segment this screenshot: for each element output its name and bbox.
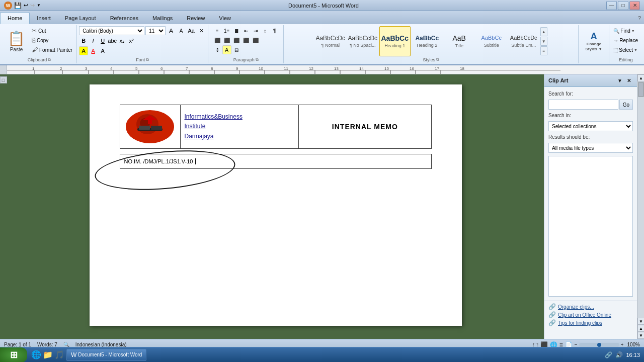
taskbar-word-app[interactable]: W Document5 - Microsoft Word [66, 349, 146, 361]
ruler-corner[interactable] [0, 65, 7, 74]
style-normal[interactable]: AaBbCcDc ¶ Normal [315, 26, 346, 56]
tab-page-layout[interactable]: Page Layout [58, 12, 103, 24]
borders-btn[interactable]: ⊟ [232, 45, 241, 54]
select-button[interactable]: ⬚ Select ▼ [611, 45, 640, 54]
style-subtle-em[interactable]: AaBbCcDc Subtle Em... [508, 26, 539, 56]
style-title[interactable]: AaB Title [444, 26, 475, 56]
taskbar-icon-folder[interactable]: 📁 [43, 350, 53, 359]
taskbar-icon-media[interactable]: 🎵 [54, 350, 64, 359]
paste-button[interactable]: 📋 Paste [4, 26, 29, 56]
tab-view[interactable]: View [212, 12, 238, 24]
main-area: ⬚ [0, 74, 644, 339]
scroll-thumb[interactable] [638, 82, 644, 97]
quick-access-more[interactable]: ▼ [37, 3, 41, 8]
subscript-btn[interactable]: x₂ [117, 36, 126, 45]
format-painter-button[interactable]: 🖌 Format Painter [30, 45, 74, 54]
paragraph-expand-btn[interactable]: ⧉ [256, 57, 259, 62]
font-size-select[interactable]: 11 [145, 26, 166, 35]
close-btn[interactable]: ✕ [629, 1, 640, 10]
bold-btn[interactable]: B [79, 36, 88, 45]
highlight-btn[interactable]: A [79, 46, 88, 55]
line-spacing-btn[interactable]: ⇕ [213, 45, 222, 54]
justify-btn[interactable]: ⬛ [242, 36, 251, 45]
search-in-select[interactable]: Selected collections [548, 121, 633, 131]
text-effects-btn[interactable]: A [98, 46, 107, 55]
tab-references[interactable]: References [103, 12, 145, 24]
tab-home[interactable]: Home [0, 12, 30, 24]
change-styles-button[interactable]: A Change Styles ▼ [581, 26, 607, 56]
clip-art-online-btn[interactable]: 🔗 Clip art on Office Online [548, 311, 633, 318]
align-center-btn[interactable]: ⬛ [222, 36, 231, 45]
grow-font-btn[interactable]: A [167, 26, 176, 35]
style-no-spacing[interactable]: AaBbCcDc ¶ No Spaci... [347, 26, 378, 56]
style-heading1[interactable]: AaBbCc Heading 1 [379, 26, 411, 56]
start-button[interactable]: ⊞ [0, 347, 27, 363]
style-more-btn[interactable]: ≡ [540, 46, 547, 55]
superscript-btn[interactable]: x² [127, 36, 136, 45]
tab-mailings[interactable]: Mailings [145, 12, 180, 24]
scroll-down-btn-small[interactable]: ▼ [637, 318, 644, 325]
maximize-btn[interactable]: □ [618, 1, 628, 10]
clear-format-btn[interactable]: ✕ [197, 26, 206, 35]
svg-text:7: 7 [186, 66, 188, 71]
go-button[interactable]: Go [619, 100, 633, 110]
change-case-btn[interactable]: Aa [187, 26, 196, 35]
company-name: Informatics&Business [185, 112, 295, 122]
zoom-slider[interactable] [579, 343, 619, 347]
font-name-select[interactable]: Calibri (Body) [79, 26, 144, 35]
clip-art-menu-btn[interactable]: ▼ [616, 76, 624, 84]
numbering-btn[interactable]: 1≡ [222, 26, 231, 35]
scroll-up-arrow2[interactable]: ▲ [637, 325, 644, 332]
style-heading2[interactable]: AaBbCc Heading 2 [412, 26, 443, 56]
organize-clips-btn[interactable]: 🔗 Organize clips... [548, 303, 633, 310]
styles-expand-btn[interactable]: ⧉ [436, 57, 439, 62]
memo-title: INTERNAL MEMO [332, 123, 398, 131]
tab-insert[interactable]: Insert [30, 12, 58, 24]
underline-btn[interactable]: U [98, 36, 107, 45]
minimize-btn[interactable]: — [606, 1, 617, 10]
show-hide-btn[interactable]: ¶ [270, 26, 279, 35]
style-scroll-up[interactable]: ▲ [540, 27, 547, 36]
doc-area[interactable]: Informatics&Business Institute Darmajaya… [7, 74, 544, 339]
font-expand-btn[interactable]: ⧉ [146, 57, 149, 62]
sort-btn[interactable]: ↕ [261, 26, 270, 35]
scroll-down-btn[interactable]: ▼ [637, 332, 644, 339]
find-button[interactable]: 🔍 Find ▼ [611, 26, 640, 35]
shrink-font-btn[interactable]: A [177, 26, 186, 35]
tips-btn[interactable]: 🔗 Tips for finding clips [548, 319, 633, 326]
quick-access-redo[interactable]: ↪ [30, 2, 35, 9]
scroll-up-btn[interactable]: ▲ [637, 74, 644, 81]
copy-button[interactable]: ⎘ Copy [30, 36, 74, 45]
cut-button[interactable]: ✂ Cut [30, 26, 74, 35]
vertical-scrollbar[interactable]: ▲ ▼ ▲ ▼ [637, 74, 644, 339]
quick-access-undo[interactable]: ↩ [24, 2, 28, 9]
results-type-select[interactable]: All media file types [548, 143, 633, 153]
align-right-btn[interactable]: ⬛ [232, 36, 241, 45]
search-input[interactable] [548, 100, 618, 110]
style-title-label: Title [455, 43, 463, 48]
replace-button[interactable]: ↔ Replace [611, 36, 640, 45]
paste-icon: 📋 [8, 30, 25, 47]
bullets-btn[interactable]: ≡ [213, 26, 222, 35]
strikethrough-btn[interactable]: abc [108, 36, 117, 45]
clipboard-expand-btn[interactable]: ⧉ [48, 57, 51, 62]
increase-indent-btn[interactable]: ⇥ [251, 26, 260, 35]
view-toggle-btn[interactable]: ⬚ [0, 76, 7, 83]
ref-cell[interactable]: NO.IM. /DMJ/PL.1/JS1.V-10 [120, 154, 431, 169]
quick-access-save[interactable]: 💾 [14, 2, 22, 9]
align-left-btn[interactable]: ⬛ [213, 36, 222, 45]
clip-art-close-btn[interactable]: ✕ [625, 76, 633, 84]
institute-name: Institute [185, 122, 295, 131]
italic-btn[interactable]: I [89, 36, 98, 45]
shading-btn[interactable]: A [222, 45, 231, 54]
multilevel-btn[interactable]: ≣ [232, 26, 241, 35]
style-subtitle[interactable]: AaBbCc Subtitle [476, 26, 507, 56]
style-scroll-down[interactable]: ▼ [540, 37, 547, 46]
help-btn[interactable]: ? [635, 12, 644, 24]
decrease-indent-btn[interactable]: ⇤ [242, 26, 251, 35]
document[interactable]: Informatics&Business Institute Darmajaya… [90, 84, 462, 326]
bidi-btn[interactable]: ⬛ [251, 36, 260, 45]
tab-review[interactable]: Review [180, 12, 212, 24]
taskbar-icon-ie[interactable]: 🌐 [31, 350, 41, 359]
font-color-btn[interactable]: A [89, 46, 98, 55]
